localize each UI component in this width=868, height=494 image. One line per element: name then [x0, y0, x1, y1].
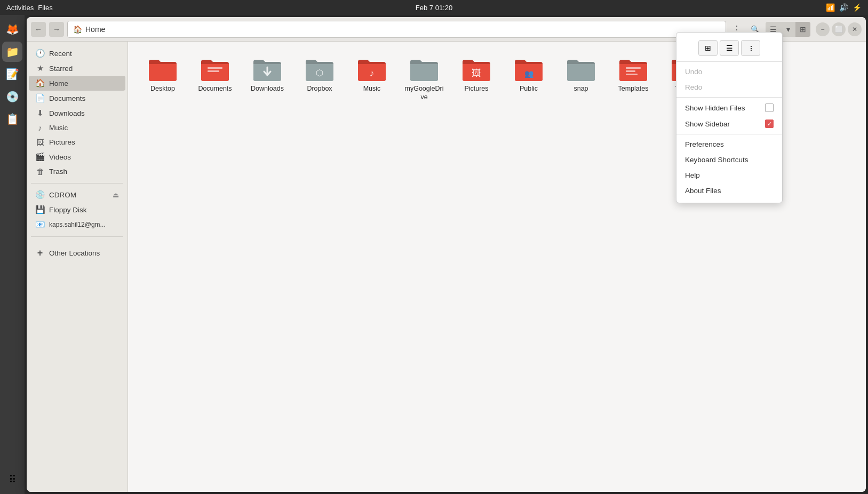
folder-icon-public: 👥 [514, 57, 544, 82]
menu-keyboard-shortcuts[interactable]: Keyboard Shortcuts [676, 152, 782, 168]
sidebar-label-cdrom: CDROM [49, 191, 76, 199]
file-label-desktop: Desktop [150, 84, 175, 93]
show-hidden-label: Show Hidden Files [685, 104, 745, 112]
file-label-music: Music [363, 84, 381, 93]
dropdown-menu: ⊞ ☰ ⫶ Undo Redo Show Hidden Files Show S… [676, 32, 783, 203]
file-item-desktop[interactable]: Desktop [139, 52, 187, 106]
file-item-public[interactable]: 👥 Public [505, 52, 553, 106]
minimize-button[interactable]: − [816, 22, 830, 36]
menu-help[interactable]: Help [676, 168, 782, 183]
taskbar-files[interactable]: 📁 [2, 42, 22, 62]
file-item-documents[interactable]: Documents [191, 52, 239, 106]
sidebar-item-downloads[interactable]: ⬇ Downloads [29, 106, 125, 121]
close-button[interactable]: ✕ [848, 22, 862, 36]
taskbar: 🦊 📁 📝 💿 📋 ⠿ [0, 15, 25, 494]
sidebar-item-pictures[interactable]: 🖼 Pictures [29, 135, 125, 149]
sidebar-label-recent: Recent [49, 50, 72, 58]
file-item-snap[interactable]: snap [557, 52, 605, 106]
sidebar-item-recent[interactable]: 🕐 Recent [29, 46, 125, 61]
file-label-mygoogledrive: myGoogleDrive [404, 84, 444, 102]
svg-text:👥: 👥 [524, 69, 534, 78]
sidebar-item-videos[interactable]: 🎬 Videos [29, 149, 125, 164]
menu-preferences[interactable]: Preferences [676, 137, 782, 152]
menu-app-group: Preferences Keyboard Shortcuts Help Abou… [676, 134, 782, 201]
svg-text:🖼: 🖼 [472, 68, 481, 78]
folder-icon-music: ♪ [357, 57, 387, 82]
view-options-button[interactable]: ▾ [781, 22, 795, 37]
sidebar-item-floppy[interactable]: 💾 Floppy Disk [29, 202, 125, 217]
sidebar-item-cdrom[interactable]: 💿 CDROM ⏏ [29, 187, 125, 202]
sidebar-separator-2 [31, 236, 123, 241]
show-sidebar-label: Show Sidebar [685, 120, 730, 128]
sidebar-item-other-locations[interactable]: + Other Locations [29, 245, 125, 261]
sidebar-item-home[interactable]: 🏠 Home [29, 76, 125, 91]
sidebar-item-kaps[interactable]: 📧 kaps.sahil12@gm... [29, 217, 125, 232]
back-button[interactable]: ← [31, 22, 46, 37]
sidebar-item-documents[interactable]: 📄 Documents [29, 91, 125, 106]
menu-redo: Redo [676, 79, 782, 95]
window-controls: − ⬜ ✕ [816, 22, 862, 36]
file-item-templates[interactable]: Templates [609, 52, 657, 106]
svg-rect-6 [626, 67, 641, 69]
svg-rect-1 [208, 70, 219, 72]
file-label-public: Public [520, 84, 538, 93]
menu-list-view-button[interactable]: ☰ [720, 40, 739, 56]
menu-grid-view-button[interactable]: ⊞ [698, 40, 718, 56]
activities-button[interactable]: Activities [6, 4, 34, 12]
taskbar-disk[interactable]: 💿 [2, 86, 22, 107]
sidebar-label-kaps: kaps.sahil12@gm... [49, 221, 106, 228]
menu-about-files[interactable]: About Files [676, 183, 782, 198]
forward-button[interactable]: → [49, 22, 64, 37]
home-icon: 🏠 [35, 78, 45, 88]
taskbar-firefox[interactable]: 🦊 [2, 19, 22, 39]
maximize-button[interactable]: ⬜ [832, 22, 846, 36]
file-label-templates: Templates [618, 84, 649, 93]
file-label-snap: snap [574, 84, 588, 93]
videos-icon: 🎬 [35, 152, 45, 162]
address-text: Home [85, 25, 105, 34]
sidebar-label-pictures: Pictures [49, 138, 75, 146]
file-item-downloads[interactable]: Downloads [243, 52, 291, 106]
folder-icon-pictures: 🖼 [461, 57, 491, 82]
file-item-dropbox[interactable]: ⬡ Dropbox [296, 52, 344, 106]
address-bar: 🏠 Home [67, 21, 726, 38]
keyboard-shortcuts-label: Keyboard Shortcuts [685, 156, 748, 164]
folder-icon-mygoogledrive [409, 57, 439, 82]
show-sidebar-checkbox: ✓ [765, 119, 774, 128]
svg-rect-8 [626, 74, 638, 75]
file-item-mygoogledrive[interactable]: myGoogleDrive [400, 52, 448, 106]
grid-view-button[interactable]: ⊞ [795, 22, 810, 37]
recent-icon: 🕐 [35, 49, 45, 58]
redo-label: Redo [685, 83, 702, 91]
sidebar-item-music[interactable]: ♪ Music [29, 121, 125, 135]
top-bar-right: 📶 🔊 ⚡ [826, 3, 862, 12]
svg-rect-0 [208, 67, 222, 69]
file-label-downloads: Downloads [251, 84, 284, 93]
taskbar-grid[interactable]: ⠿ [2, 469, 22, 490]
menu-edit-group: Undo Redo [676, 62, 782, 98]
undo-label: Undo [685, 68, 702, 76]
taskbar-app3[interactable]: 📋 [2, 109, 22, 129]
file-item-music[interactable]: ♪ Music [348, 52, 396, 106]
sidebar-label-floppy: Floppy Disk [49, 206, 87, 214]
file-item-pictures[interactable]: 🖼 Pictures [452, 52, 500, 106]
starred-icon: ★ [35, 63, 45, 73]
eject-button[interactable]: ⏏ [113, 191, 119, 199]
folder-icon-templates [618, 57, 648, 82]
sidebar-label-starred: Starred [49, 65, 73, 73]
show-hidden-checkbox [765, 103, 774, 112]
sidebar-label-downloads: Downloads [49, 109, 85, 117]
menu-view-group: ⊞ ☰ ⫶ [676, 35, 782, 62]
taskbar-text[interactable]: 📝 [2, 64, 22, 84]
power-icon: ⚡ [853, 3, 862, 12]
menu-columns-view-button[interactable]: ⫶ [741, 40, 760, 56]
menu-show-sidebar[interactable]: Show Sidebar ✓ [676, 116, 782, 132]
sidebar-label-documents: Documents [49, 94, 85, 102]
sidebar-item-trash[interactable]: 🗑 Trash [29, 164, 125, 179]
sidebar-label-music: Music [49, 124, 68, 132]
files-label: Files [38, 4, 52, 12]
help-label: Help [685, 171, 700, 179]
folder-icon-dropbox: ⬡ [305, 57, 335, 82]
sidebar-item-starred[interactable]: ★ Starred [29, 61, 125, 76]
menu-show-hidden-files[interactable]: Show Hidden Files [676, 100, 782, 116]
